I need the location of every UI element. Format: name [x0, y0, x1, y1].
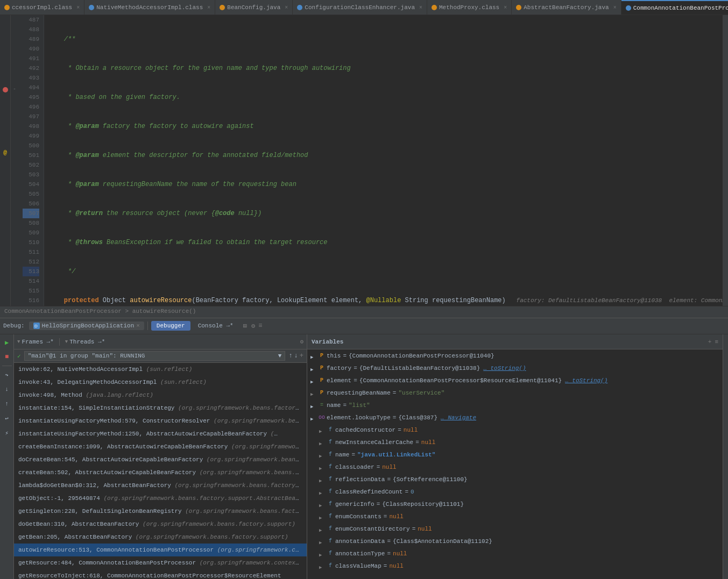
- var-settings-icon[interactable]: +: [708, 339, 712, 345]
- var-arrow-name[interactable]: ▶: [310, 402, 317, 412]
- var-arrow-cvm[interactable]: ▶: [319, 563, 326, 573]
- frame-item-11[interactable]: getSingleton:228, DefaultSingletonBeanRe…: [14, 505, 307, 518]
- frames-label[interactable]: ▼ Frames →*: [17, 339, 54, 345]
- tab-abstractbean[interactable]: AbstractBeanFactory.java ×: [512, 0, 621, 15]
- var-reflectiondata[interactable]: ▶ f reflectionData = {SoftReference@1110…: [307, 474, 723, 487]
- frame-item-7[interactable]: doCreateBean:545, AbstractAutowireCapabl…: [14, 453, 307, 466]
- resume-button[interactable]: ▶: [1, 337, 13, 348]
- frame-item-1[interactable]: invoke:43, DelegatingMethodAccessorImpl …: [14, 376, 307, 389]
- var-name[interactable]: ▶ = name = "list": [307, 400, 723, 412]
- var-arrow-factory[interactable]: ▶: [310, 365, 317, 375]
- var-arrow-req[interactable]: ▶: [310, 390, 317, 399]
- lookuptype-navigate[interactable]: … Navigate: [441, 413, 476, 423]
- editor-scrollbar[interactable]: [723, 15, 728, 306]
- fold-cell: [11, 212, 18, 220]
- tab-configclass[interactable]: ConfigurationClassEnhancer.java ×: [293, 0, 427, 15]
- tab-close[interactable]: ×: [285, 5, 288, 11]
- run-to-cursor-button[interactable]: ↩: [1, 412, 13, 424]
- var-arrow-nl[interactable]: ▶: [319, 452, 326, 461]
- bp-cell: [0, 298, 10, 306]
- frame-item-10[interactable]: getObject:-1, 295640874 (org.springframe…: [14, 492, 307, 505]
- step-over-button[interactable]: ↷: [1, 369, 13, 381]
- var-genericinfo[interactable]: ▶ f genericInfo = {ClassRepository@11101…: [307, 499, 723, 511]
- tab-accessorimpl[interactable]: ccessorImpl.class ×: [0, 0, 84, 15]
- frame-item-4[interactable]: instantiateUsingFactoryMethod:579, Const…: [14, 414, 307, 427]
- frame-item-12[interactable]: doGetBean:310, AbstractBeanFactory (org.…: [14, 518, 307, 531]
- var-arrow-gi[interactable]: ▶: [319, 501, 326, 511]
- left-panel: ▼ Frames →* ▼ Threads →* ⚙ ✓ "main"@1 in…: [14, 334, 307, 579]
- frame-item-8[interactable]: createBean:502, AbstractAutowireCapableB…: [14, 466, 307, 479]
- tab-methodproxy[interactable]: MethodProxy.class ×: [427, 0, 512, 15]
- var-newinstancecallercache[interactable]: ▶ f newInstanceCallerCache = null: [307, 437, 723, 449]
- app-close[interactable]: ×: [136, 323, 140, 329]
- var-enumconstants[interactable]: ▶ f enumConstants = null: [307, 511, 723, 524]
- filter-icon[interactable]: ≡: [258, 322, 262, 330]
- var-classvaluemap[interactable]: ▶ f classValueMap = null: [307, 561, 723, 573]
- var-name-linked[interactable]: ▶ f name = "java.util.LinkedList": [307, 449, 723, 462]
- var-this[interactable]: ▶ P this = {CommonAnnotationBeanPostProc…: [307, 351, 723, 363]
- var-arrow-element[interactable]: ▶: [310, 377, 317, 387]
- tab-close[interactable]: ×: [207, 5, 210, 11]
- tab-commonannotation[interactable]: CommonAnnotationBeanPostProcessor.java ×: [621, 0, 728, 15]
- tab-close[interactable]: ×: [613, 5, 617, 11]
- frame-item-3[interactable]: instantiate:154, SimpleInstantiationStra…: [14, 402, 307, 414]
- var-arrow-rd[interactable]: ▶: [319, 476, 326, 486]
- var-requesting[interactable]: ▶ P requestingBeanName = "userService": [307, 388, 723, 400]
- step-into-button[interactable]: ↓: [1, 383, 13, 395]
- var-arrow-ec[interactable]: ▶: [319, 513, 326, 523]
- var-arrow-this[interactable]: ▶: [310, 353, 317, 362]
- frame-item-14[interactable]: autowireResource:513, CommonAnnotationBe…: [14, 544, 307, 556]
- debugger-tab[interactable]: Debugger: [151, 321, 190, 331]
- settings-icon[interactable]: ⚙: [251, 322, 255, 330]
- layout-icon[interactable]: ⊞: [243, 322, 247, 330]
- factory-tostring[interactable]: … toString(): [483, 363, 526, 373]
- var-annotationtype[interactable]: ▶ f annotationType = null: [307, 548, 723, 561]
- frames-settings-icon[interactable]: ⚙: [300, 338, 303, 345]
- thread-down-icon[interactable]: ↓: [294, 352, 298, 360]
- thread-up-icon[interactable]: ↑: [288, 352, 292, 360]
- thread-add-icon[interactable]: +: [300, 352, 303, 360]
- frame-item-6[interactable]: createBeanInstance:1099, AbstractAutowir…: [14, 440, 307, 453]
- frame-item-13[interactable]: getBean:205, AbstractBeanFactory (org.sp…: [14, 531, 307, 544]
- stop-button[interactable]: ■: [1, 351, 13, 363]
- var-cachedconstructor[interactable]: ▶ f cachedConstructor = null: [307, 425, 723, 437]
- var-arrow-nicc[interactable]: ▶: [319, 439, 326, 449]
- var-classloader[interactable]: ▶ f classLoader = null: [307, 462, 723, 474]
- frame-item-5[interactable]: instantiateUsingFactoryMethod:1250, Abst…: [14, 427, 283, 440]
- frame-item-9[interactable]: lambda$doGetBean$0:312, AbstractBeanFact…: [14, 479, 307, 492]
- bp-cell-496[interactable]: [0, 86, 10, 94]
- threads-label[interactable]: ▼ Threads →*: [65, 339, 105, 345]
- var-arrow-lookup[interactable]: ▶: [310, 414, 317, 424]
- frame-item-16[interactable]: getResourceToInject:618, CommonAnnotatio…: [14, 569, 307, 579]
- var-arrow-cl[interactable]: ▶: [319, 464, 326, 474]
- frame-item-0[interactable]: invoke:62, NativeMethodAccessorImpl (sun…: [14, 363, 307, 376]
- var-arrow-crc[interactable]: ▶: [319, 489, 326, 498]
- step-out-button[interactable]: ↑: [1, 398, 13, 410]
- var-filter-icon[interactable]: ≡: [715, 339, 718, 345]
- fold-cell-496[interactable]: -: [11, 86, 18, 94]
- var-classredefinedcount[interactable]: ▶ f classRedefinedCount = 0: [307, 487, 723, 499]
- tab-beanconfig[interactable]: BeanConfig.java ×: [215, 0, 293, 15]
- var-lookuptype[interactable]: ▶ oo element.lookupType = {Class@387} … …: [307, 412, 723, 425]
- bp-cell: [0, 102, 10, 110]
- thread-dropdown[interactable]: "main"@1 in group "main": RUNNING ▼: [24, 351, 286, 361]
- var-factory[interactable]: ▶ P factory = {DefaultListableBeanFactor…: [307, 363, 723, 375]
- var-arrow-at[interactable]: ▶: [319, 551, 326, 560]
- tab-close[interactable]: ×: [504, 5, 507, 11]
- var-arrow-ecd[interactable]: ▶: [319, 526, 326, 535]
- right-scrollbar[interactable]: [723, 334, 728, 579]
- console-tab[interactable]: Console →*: [193, 321, 239, 331]
- tab-nativemethod[interactable]: NativeMethodAccessorImpl.class ×: [84, 0, 215, 15]
- var-element[interactable]: ▶ P element = {CommonAnnotationBeanPostP…: [307, 375, 723, 388]
- tab-close[interactable]: ×: [419, 5, 422, 11]
- var-arrow-cc[interactable]: ▶: [319, 427, 326, 437]
- var-arrow-ad[interactable]: ▶: [319, 538, 326, 548]
- bp-cell: [0, 220, 10, 228]
- frame-item-2[interactable]: invoke:498, Method (java.lang.reflect): [14, 389, 307, 402]
- frame-item-15[interactable]: getResource:484, CommonAnnotationBeanPos…: [14, 556, 307, 569]
- evaluate-button[interactable]: ⚡: [1, 427, 13, 439]
- element-tostring[interactable]: … toString(): [565, 376, 607, 385]
- tab-close[interactable]: ×: [76, 5, 80, 11]
- var-annotationdata[interactable]: ▶ f annotationData = {Class$AnnotationDa…: [307, 536, 723, 548]
- var-enumconstantdir[interactable]: ▶ f enumConstantDirectory = null: [307, 524, 723, 536]
